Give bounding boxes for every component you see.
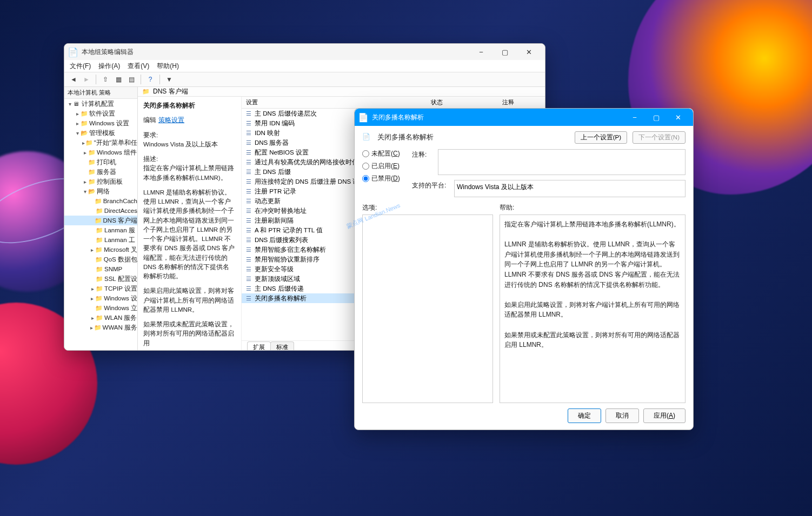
menu-view[interactable]: 查看(V) [128,62,149,71]
options-pane [362,215,493,403]
tree-item-adm[interactable]: ▾📂管理模板 [64,128,137,138]
tree-item-root[interactable]: ▾🖥计算机配置 [64,99,137,109]
tree-item-branch[interactable]: 📁BranchCach [64,196,137,206]
options-label: 选项: [362,203,493,212]
detail-pane: 关闭多播名称解析 编辑策略设置 要求:Windows Vista 及以上版本 描… [138,97,242,351]
req-label: 要求: [143,131,236,140]
toolbar: ◄ ► ⇧ ▦ ▤ ? ▼ [64,72,545,87]
dialog-close-button[interactable]: ✕ [667,109,689,126]
dialog-title: 关闭多播名称解析 [372,113,624,122]
back-button[interactable]: ◄ [68,73,79,85]
export-button[interactable]: ▤ [125,73,137,85]
tree-item-lanman[interactable]: 📁Lanman 服 [64,225,137,235]
tree-item-printer[interactable]: 📁打印机 [64,157,137,167]
edit-policy-link[interactable]: 策略设置 [158,117,184,123]
help-pane: 指定在客户端计算机上禁用链路本地多播名称解析(LLMNR)。 LLMNR 是辅助… [500,215,685,403]
path-bar: 📁 DNS 客户端 [138,87,545,97]
req-value: Windows Vista 及以上版本 [143,140,236,149]
ok-button[interactable]: 确定 [568,408,601,423]
dialog-icon: 📄 [359,113,368,122]
window-title: 本地组策略编辑器 [82,48,469,57]
desc-p1: 指定在客户端计算机上禁用链路本地多播名称解析(LLMNR)。 [143,164,236,183]
show-hide-tree-button[interactable]: ▦ [112,73,124,85]
app-icon: 📄 [69,48,77,56]
tree-item-wwan[interactable]: ▸📁WWAN 服务 [64,323,137,332]
help-label: 帮助: [500,203,685,212]
apply-button[interactable]: 应用(A) [643,408,685,423]
tree-item-cpanel[interactable]: ▸📁控制面板 [64,177,137,186]
desc-label: 描述: [143,155,236,164]
next-setting-button[interactable]: 下一个设置(N) [633,131,685,144]
tree-item-server[interactable]: 📁服务器 [64,167,137,177]
close-button[interactable]: ✕ [517,44,541,60]
up-button[interactable]: ⇧ [99,73,111,85]
comment-label: 注释: [412,149,438,177]
folder-icon: 📁 [142,88,150,95]
menubar: 文件(F) 操作(A) 查看(V) 帮助(H) [64,60,545,72]
tree-item-qos[interactable]: 📁QoS 数据包 [64,254,137,264]
cancel-button[interactable]: 取消 [605,408,639,423]
tree-item-dns[interactable]: 📁DNS 客户端 [64,216,137,225]
tree-item-win[interactable]: ▸📁Windows 设置 [64,118,137,128]
menu-file[interactable]: 文件(F) [70,62,91,71]
col-setting[interactable]: 设置 [242,98,431,106]
platform-label: 支持的平台: [412,180,454,199]
menu-action[interactable]: 操作(A) [98,62,120,71]
tree-item-lanmanw[interactable]: 📁Lanman 工 [64,235,137,245]
prev-setting-button[interactable]: 上一个设置(P) [575,131,627,144]
desc-p2: LLMNR 是辅助名称解析协议。使用 LLMNR，查询从一个客户端计算机使用多播… [143,188,236,282]
radio-disabled[interactable]: 已禁用(D) [362,174,412,183]
tab-standard[interactable]: 标准 [270,341,294,351]
tree-header: 本地计算机 策略 [64,87,137,99]
col-comment[interactable]: 注释 [502,98,545,106]
policy-dialog: 📄 关闭多播名称解析 − ▢ ✕ 📄 关闭多播名称解析 上一个设置(P) 下一个… [354,108,694,430]
tree-item-tcpip[interactable]: ▸📁TCPIP 设置 [64,284,137,293]
filter-button[interactable]: ▼ [163,73,175,85]
dialog-titlebar[interactable]: 📄 关闭多播名称解析 − ▢ ✕ [355,109,693,126]
tree-item-start[interactable]: ▸📁"开始"菜单和任 [64,138,137,148]
maximize-button[interactable]: ▢ [493,44,517,60]
tree-item-ms[interactable]: ▸📁Microsoft 叉 [64,245,137,254]
tree-item-soft[interactable]: ▸📁软件设置 [64,109,137,118]
radio-enabled[interactable]: 已启用(E) [362,162,412,171]
desc-p3: 如果启用此策略设置，则将对客户端计算机上所有可用的网络适配器禁用 LLMNR。 [143,286,236,314]
tree-item-winup[interactable]: 📁Windows 立 [64,303,137,313]
help-button[interactable]: ? [144,73,156,85]
minimize-button[interactable]: − [469,44,493,60]
tree-item-ssl[interactable]: 📁SSL 配置设 [64,274,137,284]
col-state[interactable]: 状态 [431,98,502,106]
tree-item-net[interactable]: ▾📂网络 [64,186,137,196]
menu-help[interactable]: 帮助(H) [157,62,179,71]
comment-textarea[interactable] [438,149,685,175]
platform-value [454,180,685,197]
desc-p4: 如果禁用或未配置此策略设置，则将对所有可用的网络适配器启用 [143,320,236,348]
policy-icon: 📄 [362,133,372,143]
tree-item-direct[interactable]: 📁DirectAcces [64,206,137,216]
policy-heading: 关闭多播名称解析 [377,133,569,142]
path-label: DNS 客户端 [153,87,188,96]
forward-button[interactable]: ► [81,73,92,85]
detail-title: 关闭多播名称解析 [143,101,236,110]
tree-item-snmp[interactable]: 📁SNMP [64,264,137,274]
tree-item-comp[interactable]: ▸📁Windows 组件 [64,148,137,157]
dialog-maximize-button[interactable]: ▢ [645,109,667,126]
tree-item-wlan[interactable]: ▸📁WLAN 服务 [64,313,137,323]
tree-pane[interactable]: 本地计算机 策略 ▾🖥计算机配置▸📁软件设置▸📁Windows 设置▾📂管理模板… [64,87,138,350]
tree-item-winset[interactable]: ▸📁Windows 设 [64,293,137,303]
dialog-minimize-button[interactable]: − [624,109,645,126]
radio-notconfigured[interactable]: 未配置(C) [362,149,412,158]
titlebar[interactable]: 📄 本地组策略编辑器 − ▢ ✕ [64,44,545,60]
edit-label: 编辑 [143,117,156,123]
tab-extended[interactable]: 扩展 [247,341,271,351]
